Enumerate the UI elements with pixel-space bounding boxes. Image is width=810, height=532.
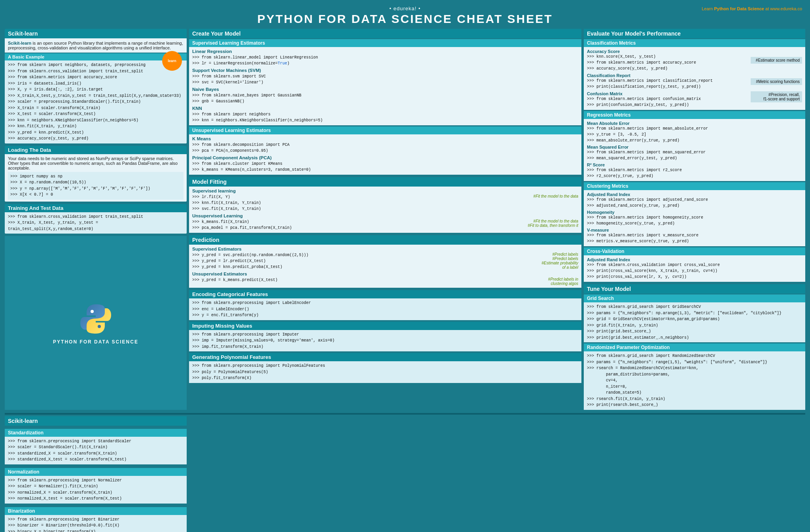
unsupervised-learning-row: >>> k_means.fit(X_train) >>> pca_model =… [192, 219, 578, 231]
binarization-code: >>> from sklearn.preprocessing import Bi… [5, 515, 187, 532]
svm-title: Support Vector Machines (SVM) [192, 68, 578, 73]
kmeans-title: K Means [192, 136, 578, 141]
page-wrapper: • edureka! • PYTHON FOR DATA SCIENCE CHE… [0, 0, 810, 532]
normalization-panel: Normalization >>> from sklearn.preproces… [5, 467, 187, 504]
training-test-header: Training And Test Data [5, 204, 187, 212]
homogeneity-title: Homogeneity [587, 210, 802, 215]
kmeans-code: >>> from sklearn.decomposition import PC… [192, 142, 578, 154]
normalization-code: >>> from sklearn.preprocessing import No… [5, 476, 187, 504]
r2-title: R² Score [587, 162, 802, 167]
unsupervised-fit-comment: #Fit the model to the data#Fit to data, … [524, 219, 578, 228]
encoding-panel: Encoding Categorical Features >>> from s… [189, 290, 581, 320]
pred-supervised-row: >>> y_pred = svc.predict(np.random.rando… [192, 252, 578, 270]
pred-unsupervised-title: Unsupervised Estimators [192, 272, 578, 276]
bottom-grid: Scikit-learn Standardization >>> from sk… [3, 416, 807, 532]
python-logo [78, 301, 114, 337]
mse-code: >>> from sklearn.metrics import mean_squ… [587, 149, 802, 161]
header-title: PYTHON FOR DATA SCIENCE CHEAT SHEET [3, 12, 807, 26]
model-fitting-panel: Model Fitting Supervised learning >>> lr… [189, 177, 581, 233]
confusion-matrix-row: Confusion Matrix >>> from sklearn.metric… [587, 91, 802, 108]
polynomial-code: >>> from sklearn.preprocessing import Po… [189, 361, 581, 383]
polynomial-header: Generating Polynomial Features [189, 353, 581, 361]
v-measure-code: >>> from sklearn.metrics import v_measur… [587, 232, 802, 244]
imputing-code: >>> from sklearn.preprocessing import Im… [189, 330, 581, 352]
grid-search-header: Grid Search [584, 294, 805, 302]
naive-bayes-title: Naive Bayes [192, 87, 578, 92]
polynomial-panel: Generating Polynomial Features >>> from … [189, 353, 581, 383]
mae-title: Mean Absolute Error [587, 121, 802, 126]
supervised-estimators-header: Supervised Learning Estimators [189, 39, 581, 47]
bottom-divider [5, 413, 805, 415]
bottom-middle-column [189, 416, 581, 532]
cv-adjusted-rand-title: Adjusted Rand Index [587, 257, 802, 262]
loading-data-code: >>> import numpy as np >>> X = np.random… [8, 172, 184, 200]
main-grid: Scikit-learn Scikit-learn is an open sou… [3, 27, 807, 411]
model-fitting-header: Model Fitting [189, 177, 581, 187]
basic-example-code: >>> from sklearn import neighbors, datas… [5, 60, 187, 143]
cross-validation-body: Adjusted Rand Index >>> from sklearn.cro… [584, 255, 805, 282]
supervised-learning-row: >>> lr.fit(X, Y) >>> knn.fit(X_train, Y_… [192, 194, 578, 212]
prediction-body: Supervised Estimators >>> y_pred = svc.p… [189, 245, 581, 288]
cross-validation-header: Cross-Validation [584, 247, 805, 255]
standardization-header: Standardization [5, 429, 187, 437]
bottom-middle: Encoding Categorical Features >>> from s… [189, 290, 581, 383]
v-measure-title: V-measure [587, 228, 802, 232]
pred-unsupervised-row: >>> y_pred = k_means.predict(X_test) #Pr… [192, 277, 578, 286]
subtitle-link[interactable]: Python for Data Science [714, 6, 764, 11]
knn-code: >>> from sklearn import neighbors >>> kn… [192, 111, 578, 123]
standardization-code: >>> from sklearn.preprocessing import St… [5, 437, 187, 464]
unsupervised-estimators-header: Unsupervised Learning Estimators [189, 126, 581, 134]
create-model-header: Create Your Model [189, 29, 581, 38]
regression-metrics-header: Regression Metrics [584, 111, 805, 119]
create-model-panel: Create Your Model Supervised Learning Es… [189, 29, 581, 175]
pred-unsupervised-code: >>> y_pred = k_means.predict(X_test) [192, 277, 278, 286]
unsupervised-learning-code: >>> k_means.fit(X_train) >>> pca_model =… [192, 219, 292, 231]
prediction-panel: Prediction Supervised Estimators >>> y_p… [189, 235, 581, 288]
pca-title: Principal Component Analysis (PCA) [192, 155, 578, 160]
encoding-code: >>> from sklearn.preprocessing import La… [189, 298, 581, 320]
model-fitting-body: Supervised learning >>> lr.fit(X, Y) >>>… [189, 187, 581, 233]
accuracy-score-comment: #Estimator score method [751, 57, 802, 64]
classification-metrics-body: Accuracy Score >>> knn.score(X_test, y_t… [584, 47, 805, 110]
classification-metrics-header: Classification Metrics [584, 39, 805, 47]
loading-data-panel: Loading The Data Your data needs to be n… [5, 146, 187, 202]
prediction-header: Prediction [189, 235, 581, 245]
logo-label: PYTHON FOR DATA SCIENCE [53, 339, 138, 345]
pred-unsupervised-comment: #Predict labels inclustering algos [544, 277, 578, 286]
linear-regression-code: >>> from sklearn.linear_model import Lin… [192, 55, 578, 66]
sklearn-panel: Scikit-learn Scikit-learn is an open sou… [5, 29, 187, 143]
grid-search-code: >>> from sklearn.grid_search import Grid… [584, 302, 805, 342]
classification-report-comment: #Metric scoring functions [751, 78, 802, 85]
unsupervised-estimators-body: K Means >>> from sklearn.decomposition i… [189, 134, 581, 175]
imputing-panel: Imputing Missing Values >>> from sklearn… [189, 322, 581, 352]
randomized-header: Randomized Parameter Optimization [584, 343, 805, 351]
randomized-code: >>> from sklearn.grid_search import Rand… [584, 351, 805, 410]
subtitle-learn: Learn [702, 6, 713, 11]
confusion-matrix-comment: #Precision, recall,f1-score and support [751, 91, 802, 102]
pca-code: >>> from sklearn.cluster import KMeans >… [192, 161, 578, 173]
clustering-metrics-body: Adjusted Rand Index >>> from sklearn.met… [584, 190, 805, 246]
linear-regression-title: Linear Regression [192, 49, 578, 54]
accuracy-score-code: >>> knn.score(X_test, y_test) >>> from s… [587, 54, 696, 72]
evaluate-header: Evaluate Your Model's Performance [584, 29, 805, 38]
adjusted-rand-code: >>> from sklearn.metrics import adjusted… [587, 197, 802, 209]
svm-code: >>> from sklearn.svm import SVC >>> svc … [192, 74, 578, 85]
mse-title: Mean Squared Error [587, 145, 802, 149]
bottom-right-column [584, 416, 805, 532]
training-test-code: >>> from sklearn.cross_validation import… [5, 212, 187, 234]
accuracy-score-title: Accuracy Score [587, 49, 696, 54]
middle-column: Create Your Model Supervised Learning Es… [189, 29, 581, 410]
evaluate-panel: Evaluate Your Model's Performance Classi… [584, 29, 805, 282]
sklearn-intro: Scikit-learn is an open source Python li… [5, 38, 187, 53]
adjusted-rand-title: Adjusted Rand Index [587, 192, 802, 197]
supervised-fit-comment: #Fit the model to the data [530, 194, 578, 198]
encoding-header: Encoding Categorical Features [189, 290, 581, 298]
right-column: Evaluate Your Model's Performance Classi… [584, 29, 805, 410]
logo-area: PYTHON FOR DATA SCIENCE [5, 236, 187, 410]
svg-point-1 [98, 325, 101, 328]
unsupervised-learning-title: Unsupervised Learning [192, 213, 578, 218]
supervised-estimators-body: Linear Regression >>> from sklearn.linea… [189, 47, 581, 125]
classification-report-code: >>> from sklearn.metrics import classifi… [587, 78, 713, 90]
naive-bayes-code: >>> from sklearn.naive_bayes import Gaus… [192, 92, 578, 104]
left-column: Scikit-learn Scikit-learn is an open sou… [5, 29, 187, 410]
